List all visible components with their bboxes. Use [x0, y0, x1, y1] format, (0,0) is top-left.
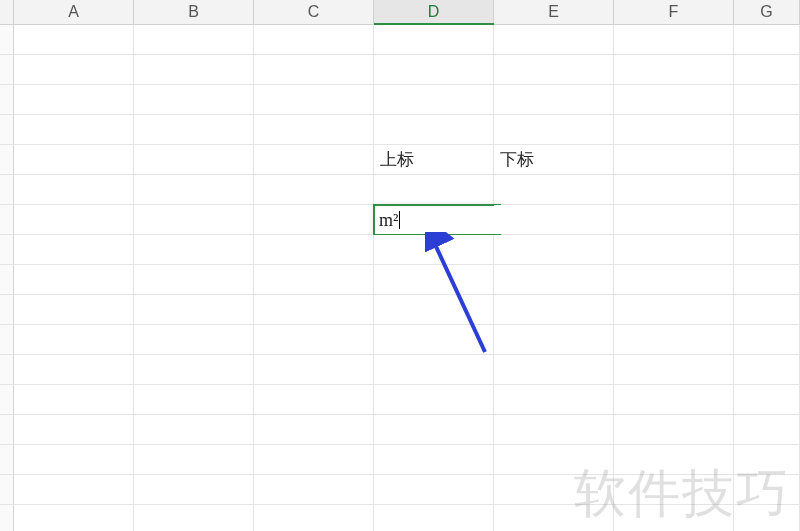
row-header[interactable] — [0, 265, 14, 294]
cell-C12[interactable] — [254, 355, 374, 384]
cell-D7[interactable]: m² — [374, 205, 494, 234]
cell-C9[interactable] — [254, 265, 374, 294]
cell-G6[interactable] — [734, 175, 800, 204]
cell-D12[interactable] — [374, 355, 494, 384]
cell-F13[interactable] — [614, 385, 734, 414]
cell-C10[interactable] — [254, 295, 374, 324]
cell-F3[interactable] — [614, 85, 734, 114]
row-header[interactable] — [0, 355, 14, 384]
cell-G10[interactable] — [734, 295, 800, 324]
cell-A16[interactable] — [14, 475, 134, 504]
cell-F2[interactable] — [614, 55, 734, 84]
cell-D8[interactable] — [374, 235, 494, 264]
cell-A12[interactable] — [14, 355, 134, 384]
cell-G3[interactable] — [734, 85, 800, 114]
cell-G1[interactable] — [734, 25, 800, 54]
cell-A5[interactable] — [14, 145, 134, 174]
cell-B2[interactable] — [134, 55, 254, 84]
cell-E12[interactable] — [494, 355, 614, 384]
cell-D1[interactable] — [374, 25, 494, 54]
cell-D10[interactable] — [374, 295, 494, 324]
cell-B13[interactable] — [134, 385, 254, 414]
cell-A3[interactable] — [14, 85, 134, 114]
cell-F8[interactable] — [614, 235, 734, 264]
cell-C7[interactable] — [254, 205, 374, 234]
cell-B3[interactable] — [134, 85, 254, 114]
cell-C4[interactable] — [254, 115, 374, 144]
cell-F6[interactable] — [614, 175, 734, 204]
column-header-G[interactable]: G — [734, 0, 800, 24]
cell-F12[interactable] — [614, 355, 734, 384]
cell-A1[interactable] — [14, 25, 134, 54]
column-header-A[interactable]: A — [14, 0, 134, 24]
cell-G9[interactable] — [734, 265, 800, 294]
cell-editor[interactable]: m² — [373, 204, 501, 236]
cell-E13[interactable] — [494, 385, 614, 414]
cell-B11[interactable] — [134, 325, 254, 354]
cell-A9[interactable] — [14, 265, 134, 294]
row-header[interactable] — [0, 55, 14, 84]
spreadsheet-grid[interactable]: A B C D E F G 上标下标m² — [0, 0, 800, 531]
cell-F1[interactable] — [614, 25, 734, 54]
cell-B15[interactable] — [134, 445, 254, 474]
cell-F11[interactable] — [614, 325, 734, 354]
cell-A11[interactable] — [14, 325, 134, 354]
cell-G13[interactable] — [734, 385, 800, 414]
cell-D11[interactable] — [374, 325, 494, 354]
row-header[interactable] — [0, 175, 14, 204]
cell-C2[interactable] — [254, 55, 374, 84]
cell-B4[interactable] — [134, 115, 254, 144]
cell-G7[interactable] — [734, 205, 800, 234]
cell-D17[interactable] — [374, 505, 494, 531]
cell-E3[interactable] — [494, 85, 614, 114]
cell-E5[interactable]: 下标 — [494, 145, 614, 174]
cell-D13[interactable] — [374, 385, 494, 414]
cell-E8[interactable] — [494, 235, 614, 264]
cell-D4[interactable] — [374, 115, 494, 144]
row-header[interactable] — [0, 325, 14, 354]
cell-B12[interactable] — [134, 355, 254, 384]
cell-E2[interactable] — [494, 55, 614, 84]
cell-B8[interactable] — [134, 235, 254, 264]
row-header[interactable] — [0, 145, 14, 174]
cell-C16[interactable] — [254, 475, 374, 504]
column-header-E[interactable]: E — [494, 0, 614, 24]
cell-F7[interactable] — [614, 205, 734, 234]
cell-E14[interactable] — [494, 415, 614, 444]
cell-G5[interactable] — [734, 145, 800, 174]
row-header[interactable] — [0, 415, 14, 444]
row-header[interactable] — [0, 205, 14, 234]
cell-C13[interactable] — [254, 385, 374, 414]
row-header[interactable] — [0, 385, 14, 414]
cell-D6[interactable] — [374, 175, 494, 204]
row-header[interactable] — [0, 295, 14, 324]
row-header[interactable] — [0, 475, 14, 504]
cell-B9[interactable] — [134, 265, 254, 294]
cell-B1[interactable] — [134, 25, 254, 54]
cell-G11[interactable] — [734, 325, 800, 354]
cell-C14[interactable] — [254, 415, 374, 444]
select-all-corner[interactable] — [0, 0, 14, 24]
column-header-C[interactable]: C — [254, 0, 374, 24]
cell-A2[interactable] — [14, 55, 134, 84]
cell-C15[interactable] — [254, 445, 374, 474]
cell-G8[interactable] — [734, 235, 800, 264]
cell-B10[interactable] — [134, 295, 254, 324]
cell-E1[interactable] — [494, 25, 614, 54]
cell-D14[interactable] — [374, 415, 494, 444]
cell-A15[interactable] — [14, 445, 134, 474]
cell-C6[interactable] — [254, 175, 374, 204]
cell-D9[interactable] — [374, 265, 494, 294]
cell-E11[interactable] — [494, 325, 614, 354]
row-header[interactable] — [0, 115, 14, 144]
cell-D2[interactable] — [374, 55, 494, 84]
cell-C5[interactable] — [254, 145, 374, 174]
cell-D16[interactable] — [374, 475, 494, 504]
column-header-D[interactable]: D — [374, 0, 494, 24]
column-header-F[interactable]: F — [614, 0, 734, 24]
cell-F14[interactable] — [614, 415, 734, 444]
cell-B7[interactable] — [134, 205, 254, 234]
cell-B14[interactable] — [134, 415, 254, 444]
cell-B6[interactable] — [134, 175, 254, 204]
cell-F5[interactable] — [614, 145, 734, 174]
